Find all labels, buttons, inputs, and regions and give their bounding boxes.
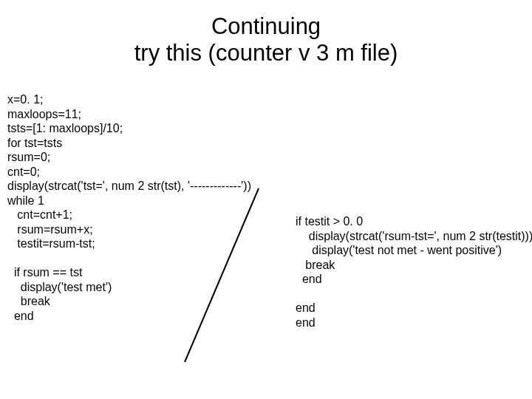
- code-left-column: x=0. 1; maxloops=11; tsts=[1: maxloops]/…: [7, 92, 251, 323]
- code-right-column: if testit > 0. 0 display(strcat('rsum-ts…: [296, 214, 532, 330]
- title-line-2: try this (counter v 3 m file): [0, 40, 532, 66]
- title-line-1: Continuing: [0, 13, 532, 40]
- title-block: Continuing try this (counter v 3 m file): [0, 0, 532, 66]
- slide: Continuing try this (counter v 3 m file)…: [0, 0, 532, 399]
